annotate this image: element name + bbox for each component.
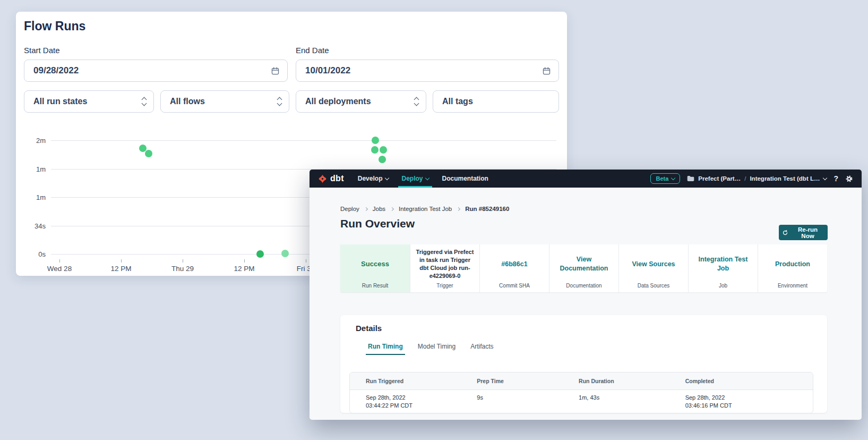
data-sources-caption: Data Sources: [619, 283, 688, 289]
gear-icon[interactable]: [845, 175, 853, 183]
rerun-now-label: Re-run Now: [791, 226, 824, 239]
rerun-now-button[interactable]: Re-run Now: [779, 225, 828, 240]
dbt-top-navbar: dbt Develop Deploy Documentation Beta: [310, 170, 862, 188]
table-row: Sep 28th, 2022 03:44:22 PM CDT 9s 1m, 43…: [350, 390, 813, 413]
chevron-right-icon: [364, 207, 368, 210]
chevron-down-icon: [823, 175, 827, 180]
run-duration-cell: 1m, 43s: [563, 390, 669, 413]
run-result-value: Success: [361, 259, 389, 269]
flow-run-point[interactable]: [372, 137, 379, 144]
environment-link[interactable]: Production: [775, 260, 810, 269]
completed-cell: Sep 28th, 2022 03:46:16 PM CDT: [669, 390, 813, 413]
commit-sha-caption: Commit SHA: [480, 283, 549, 289]
nav-develop[interactable]: Develop: [358, 170, 389, 188]
help-icon[interactable]: ?: [833, 174, 838, 183]
navbar-right-group: Beta Prefect (Part… / Integration Test (…: [650, 173, 853, 184]
data-sources-card: View Sources Data Sources: [618, 244, 688, 292]
dbt-logo-text: dbt: [330, 174, 344, 183]
beta-label: Beta: [656, 175, 668, 182]
x-axis-tick: [121, 259, 122, 263]
tab-run-timing[interactable]: Run Timing: [368, 343, 403, 355]
breadcrumb-run-id: Run #85249160: [465, 206, 509, 212]
x-axis-tick: [59, 259, 60, 263]
dbt-logo[interactable]: dbt: [318, 174, 344, 183]
environment-caption: Environment: [758, 283, 827, 289]
chevron-right-icon: [390, 207, 394, 210]
x-axis-tick: [183, 259, 183, 263]
run-timing-table: Run Triggered Prep Time Run Duration Com…: [349, 372, 813, 413]
job-card: Integration Test Job Job: [688, 244, 758, 292]
col-completed: Completed: [669, 373, 813, 390]
project-selector[interactable]: Prefect (Part… / Integration Test (dbt L…: [687, 175, 827, 182]
completed-time: 03:46:16 PM CDT: [685, 402, 807, 409]
nav-documentation[interactable]: Documentation: [442, 170, 488, 188]
y-axis-tick-label: 2m: [16, 137, 46, 145]
run-triggered-date: Sep 28th, 2022: [366, 394, 456, 401]
commit-sha-link[interactable]: #6b86c1: [501, 260, 527, 269]
details-title: Details: [356, 324, 382, 333]
job-link[interactable]: Integration Test Job: [693, 255, 753, 273]
chevron-right-icon: [457, 207, 460, 210]
run-result-caption: Run Result: [340, 283, 410, 289]
breadcrumb: Deploy Jobs Integration Test Job Run #85…: [340, 206, 509, 212]
x-axis-tick: [244, 259, 245, 263]
details-tabs: Run Timing Model Timing Artifacts: [368, 343, 494, 355]
documentation-card: View Documentation Documentation: [549, 244, 618, 292]
breadcrumb-jobs[interactable]: Jobs: [373, 206, 385, 212]
dbt-cloud-window: dbt Develop Deploy Documentation Beta: [310, 170, 862, 420]
commit-sha-card: #6b86c1 Commit SHA: [479, 244, 549, 292]
x-axis-tick-label: 12 PM: [110, 265, 131, 273]
run-overview-title: Run Overview: [340, 217, 415, 230]
breadcrumb-separator: /: [744, 175, 746, 182]
flow-run-point[interactable]: [379, 156, 386, 163]
flow-run-point[interactable]: [145, 150, 152, 157]
x-axis-tick-label: Wed 28: [47, 265, 72, 273]
dbt-logo-icon: [318, 174, 327, 183]
tab-model-timing[interactable]: Model Timing: [418, 343, 456, 355]
details-card: Details Run Timing Model Timing Artifact…: [340, 315, 827, 413]
completed-date: Sep 28th, 2022: [685, 394, 807, 401]
view-documentation-link[interactable]: View Documentation: [554, 255, 614, 273]
flow-run-point[interactable]: [281, 250, 289, 257]
run-triggered-time: 03:44:22 PM CDT: [366, 402, 456, 409]
breadcrumb-job-name[interactable]: Integration Test Job: [399, 206, 452, 212]
col-run-triggered: Run Triggered: [350, 373, 461, 390]
table-header-row: Run Triggered Prep Time Run Duration Com…: [350, 373, 813, 390]
environment-card: Production Environment: [758, 244, 827, 292]
y-axis-tick-label: 1m: [16, 165, 46, 173]
job-caption: Job: [689, 283, 758, 289]
flow-run-point[interactable]: [256, 250, 264, 258]
tab-artifacts[interactable]: Artifacts: [470, 343, 493, 355]
view-sources-link[interactable]: View Sources: [632, 260, 675, 269]
col-prep-time: Prep Time: [461, 373, 563, 390]
documentation-caption: Documentation: [549, 283, 618, 289]
breadcrumb-deploy[interactable]: Deploy: [340, 206, 359, 212]
chevron-down-icon: [385, 175, 389, 180]
run-result-card: Success Run Result: [340, 244, 410, 292]
y-axis-tick-label: 34s: [16, 222, 46, 230]
folder-icon: [687, 175, 694, 182]
nav-documentation-label: Documentation: [442, 175, 488, 182]
y-axis-tick-label: 1m: [16, 193, 46, 201]
beta-toggle[interactable]: Beta: [650, 173, 680, 184]
x-axis-tick: [306, 259, 306, 263]
project-name: Integration Test (dbt L…: [750, 175, 820, 182]
nav-develop-label: Develop: [358, 175, 383, 182]
y-axis-tick-label: 0s: [16, 250, 46, 258]
trigger-caption: Trigger: [410, 283, 479, 289]
flow-run-point[interactable]: [380, 146, 387, 154]
chevron-down-icon: [425, 175, 429, 180]
chart-gridline: [51, 140, 556, 141]
account-name: Prefect (Part…: [698, 175, 741, 182]
run-triggered-cell: Sep 28th, 2022 03:44:22 PM CDT: [350, 390, 461, 413]
chevron-down-icon: [671, 175, 675, 180]
col-run-duration: Run Duration: [563, 373, 669, 390]
refresh-icon: [782, 230, 788, 236]
x-axis-tick-label: 12 PM: [234, 265, 254, 273]
nav-deploy[interactable]: Deploy: [401, 170, 429, 188]
run-summary-cards: Success Run Result Triggered via Prefect…: [340, 244, 827, 292]
prep-time-cell: 9s: [461, 390, 563, 413]
trigger-card: Triggered via Prefect in task run Trigge…: [410, 244, 479, 292]
trigger-value: Triggered via Prefect in task run Trigge…: [415, 248, 475, 280]
flow-run-point[interactable]: [371, 146, 379, 154]
